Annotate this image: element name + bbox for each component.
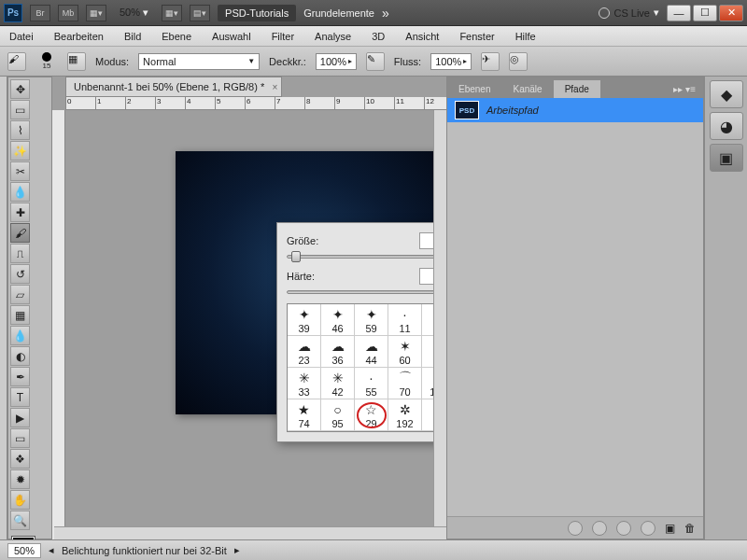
brush-preset-cell[interactable]: ☁44: [355, 336, 388, 368]
brush-preset-cell[interactable]: ○95: [321, 399, 355, 431]
history-brush-tool[interactable]: ↺: [10, 264, 30, 284]
brush-preset-cell[interactable]: ≋: [288, 431, 321, 432]
path-from-selection-icon[interactable]: [641, 521, 655, 536]
brush-preset-cell[interactable]: ✦46: [321, 304, 355, 336]
brush-preset-cell[interactable]: ★74: [288, 399, 321, 431]
lasso-tool[interactable]: ⌇: [10, 120, 30, 140]
menu-3d[interactable]: 3D: [368, 29, 388, 44]
status-prev-icon[interactable]: ◂: [49, 544, 54, 556]
selection-from-path-icon[interactable]: [616, 521, 631, 536]
marquee-tool[interactable]: ▭: [10, 100, 30, 119]
tab-ebenen[interactable]: Ebenen: [447, 80, 501, 98]
status-zoom[interactable]: 50%: [7, 543, 41, 558]
dodge-tool[interactable]: ◐: [10, 346, 30, 366]
pen-tool[interactable]: ✒: [10, 367, 30, 386]
brush-tool[interactable]: 🖌: [10, 223, 30, 243]
menu-bearbeiten[interactable]: Bearbeiten: [50, 29, 107, 44]
deckkr-field[interactable]: 100%▸: [316, 53, 357, 70]
delete-path-icon[interactable]: 🗑: [684, 522, 696, 535]
dock-color-icon[interactable]: ◆: [710, 80, 743, 108]
airbrush-icon[interactable]: ✈: [481, 52, 500, 71]
eraser-tool[interactable]: ▱: [10, 285, 30, 304]
brush-preview-button[interactable]: 15: [35, 50, 58, 73]
pressure-opacity-icon[interactable]: ✎: [366, 52, 385, 71]
3d-tool[interactable]: ❖: [10, 449, 30, 469]
path-select-tool[interactable]: ▶: [10, 408, 30, 427]
menu-auswahl[interactable]: Auswahl: [208, 29, 255, 44]
fill-path-icon[interactable]: [568, 521, 583, 536]
eyedropper-tool[interactable]: 💧: [10, 182, 30, 202]
brush-preset-cell[interactable]: ✳33: [288, 368, 321, 399]
document-tab[interactable]: Unbenannt-1 bei 50% (Ebene 1, RGB/8) *×: [65, 77, 282, 97]
brush-preset-cell[interactable]: ·55: [355, 368, 388, 399]
arrange-button[interactable]: ▦▾: [162, 5, 182, 21]
tab-kanaele[interactable]: Kanäle: [501, 80, 553, 98]
close-button[interactable]: ✕: [719, 5, 743, 21]
brush-preset-cell[interactable]: ✲192: [388, 399, 422, 431]
minimize-button[interactable]: —: [667, 5, 691, 21]
canvas-scrollbar-horizontal[interactable]: [54, 526, 446, 539]
ruler-vertical[interactable]: [52, 110, 65, 539]
menu-fenster[interactable]: Fenster: [456, 29, 498, 44]
menu-filter[interactable]: Filter: [268, 29, 298, 44]
menu-bar: Datei Bearbeiten Bild Ebene Auswahl Filt…: [0, 26, 747, 47]
brush-preset-cell[interactable]: ✶60: [388, 336, 422, 368]
brush-preset-cell[interactable]: ⌒70: [388, 368, 422, 399]
stroke-path-icon[interactable]: [592, 521, 607, 536]
canvas-scrollbar-vertical[interactable]: [433, 110, 446, 526]
gradient-tool[interactable]: ▦: [10, 305, 30, 325]
brush-preset-cell[interactable]: ✦59: [355, 304, 388, 336]
brush-preset-cell[interactable]: ·11: [388, 304, 422, 336]
brush-preset-cell[interactable]: ·: [321, 431, 355, 432]
status-next-icon[interactable]: ▸: [234, 544, 240, 556]
hand-tool[interactable]: ✋: [10, 490, 30, 510]
panel-menu-icon[interactable]: ▸▸ ▾≡: [666, 80, 703, 98]
screen-mode-button[interactable]: ▦▾: [86, 5, 106, 21]
type-tool[interactable]: T: [10, 387, 30, 407]
more-workspaces[interactable]: »: [382, 6, 389, 21]
crop-tool[interactable]: ✂: [10, 161, 30, 181]
dock-swatches-icon[interactable]: ◕: [710, 112, 743, 140]
extras-button[interactable]: ▤▾: [190, 5, 210, 21]
brush-preset-cell[interactable]: ☁: [355, 431, 388, 432]
menu-ebene[interactable]: Ebene: [158, 29, 195, 44]
new-path-icon[interactable]: ▣: [665, 522, 675, 535]
3d-camera-tool[interactable]: ✹: [10, 469, 30, 489]
brush-preset-cell[interactable]: ✳42: [321, 368, 355, 399]
brush-preset-cell[interactable]: ☁36: [321, 336, 355, 368]
brush-preset-cell[interactable]: ☁: [388, 431, 422, 432]
heal-tool[interactable]: ✚: [10, 203, 30, 222]
stamp-tool[interactable]: ⎍: [10, 244, 30, 263]
maximize-button[interactable]: ☐: [693, 5, 717, 21]
dock-layers-icon[interactable]: ▣: [710, 144, 743, 172]
blur-tool[interactable]: 💧: [10, 326, 30, 345]
workspace-label-1[interactable]: PSD-Tutorials: [218, 5, 296, 21]
menu-ansicht[interactable]: Ansicht: [402, 29, 443, 44]
title-bar: Ps Br Mb ▦▾ 50% ▾ ▦▾ ▤▾ PSD-Tutorials Gr…: [0, 0, 747, 26]
modus-dropdown[interactable]: Normal▼: [138, 53, 260, 70]
title-zoom[interactable]: 50% ▾: [114, 7, 154, 19]
tab-pfade[interactable]: Pfade: [554, 80, 600, 98]
brush-preset-cell[interactable]: ✦39: [288, 304, 321, 336]
pressure-size-icon[interactable]: ◎: [509, 52, 528, 71]
menu-datei[interactable]: Datei: [6, 29, 37, 44]
bridge-button[interactable]: Br: [30, 5, 50, 21]
wand-tool[interactable]: ✨: [10, 141, 30, 161]
tool-preset-button[interactable]: 🖌: [7, 52, 26, 71]
zoom-tool[interactable]: 🔍: [10, 511, 30, 530]
move-tool[interactable]: ✥: [10, 79, 30, 99]
workspace-label-2[interactable]: Grundelemente: [303, 7, 374, 19]
menu-analyse[interactable]: Analyse: [311, 29, 355, 44]
cslive-button[interactable]: CS Live ▾: [599, 7, 659, 19]
brush-panel-button[interactable]: ▦: [67, 52, 86, 71]
shape-tool[interactable]: ▭: [10, 428, 30, 448]
panel-list[interactable]: PSD Arbeitspfad: [447, 98, 703, 516]
minibridge-button[interactable]: Mb: [58, 5, 78, 21]
brush-preset-cell[interactable]: ☁23: [288, 336, 321, 368]
brush-preset-cell[interactable]: ☆29: [355, 399, 388, 431]
path-item-arbeitspfad[interactable]: PSD Arbeitspfad: [447, 98, 703, 122]
menu-bild[interactable]: Bild: [120, 29, 145, 44]
close-tab-icon[interactable]: ×: [272, 82, 277, 92]
menu-hilfe[interactable]: Hilfe: [512, 29, 540, 44]
fluss-field[interactable]: 100%▸: [430, 53, 472, 70]
